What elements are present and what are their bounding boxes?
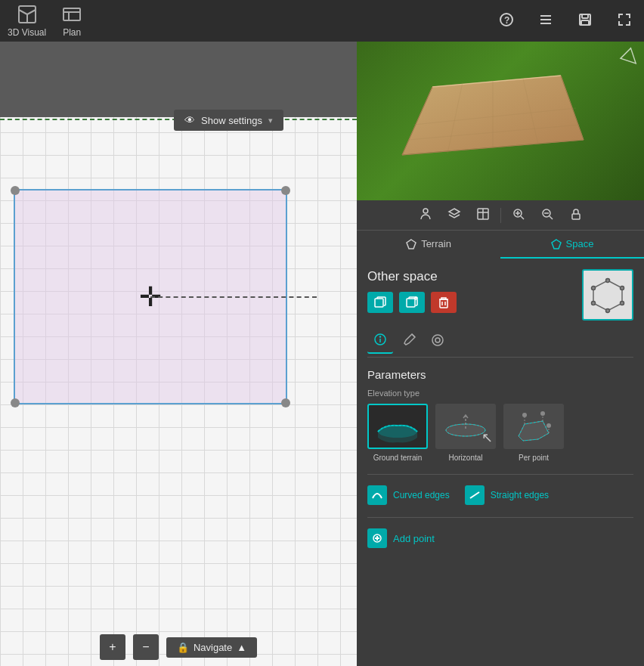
3d-visual-label: 3D Visual xyxy=(8,27,46,38)
svg-point-42 xyxy=(621,287,624,290)
svg-rect-11 xyxy=(582,14,588,18)
svg-marker-32 xyxy=(407,240,416,249)
svg-point-61 xyxy=(522,413,527,417)
3d-view: ▷ xyxy=(357,42,644,200)
svg-point-51 xyxy=(432,335,443,345)
panel-title: Other space xyxy=(367,269,582,284)
table-icon-btn[interactable] xyxy=(472,204,494,226)
copy-up-button[interactable] xyxy=(399,292,425,313)
per-point-label: Per point xyxy=(519,454,549,462)
show-settings-label: Show settings xyxy=(201,115,262,126)
elevation-per-point[interactable]: Per point xyxy=(503,404,564,462)
handle-bl[interactable] xyxy=(11,398,20,407)
main-area: 👁 Show settings ▾ ✛ + − 🔒 Navigate ▲ xyxy=(0,42,644,666)
sub-tabs xyxy=(367,330,633,358)
canvas-area: 👁 Show settings ▾ ✛ + − 🔒 Navigate ▲ xyxy=(0,42,357,666)
icon-bar-separator xyxy=(500,208,501,223)
sub-tab-info[interactable] xyxy=(367,330,393,354)
edge-row: Curved edges Straight edges xyxy=(367,482,633,508)
list-icon-btn[interactable] xyxy=(534,9,558,33)
add-point-button[interactable]: Add point xyxy=(367,525,435,551)
person-icon-btn[interactable] xyxy=(414,204,437,226)
svg-point-43 xyxy=(621,302,624,305)
icon-bar xyxy=(357,200,644,231)
tab-terrain-label: Terrain xyxy=(421,238,451,249)
divider-1 xyxy=(367,474,633,475)
per-point-box[interactable] xyxy=(503,404,564,449)
elevation-ground-terrain[interactable]: Ground terrain xyxy=(367,404,428,462)
curved-edges-button[interactable]: Curved edges xyxy=(367,482,450,508)
copy-flat-button[interactable] xyxy=(367,292,393,313)
svg-point-46 xyxy=(592,287,596,290)
svg-marker-20 xyxy=(449,209,460,215)
fullscreen-icon-btn[interactable] xyxy=(612,9,636,33)
3d-visual-button[interactable]: 3D Visual xyxy=(8,4,46,38)
help-icon-btn[interactable]: ? xyxy=(494,9,519,33)
terrain-shape xyxy=(387,64,606,181)
svg-rect-31 xyxy=(572,214,580,219)
zoom-in-button[interactable]: + xyxy=(100,634,125,660)
curved-edges-icon xyxy=(367,485,387,505)
svg-point-44 xyxy=(606,309,610,313)
curved-edges-label: Curved edges xyxy=(393,490,450,500)
elevation-options: Ground terrain xyxy=(367,404,633,462)
svg-point-19 xyxy=(423,209,428,213)
plan-label: Plan xyxy=(63,27,81,38)
svg-point-62 xyxy=(540,411,545,416)
canvas-bottom-bar: + − 🔒 Navigate ▲ xyxy=(0,628,357,666)
lock-icon: 🔒 xyxy=(177,642,189,653)
svg-rect-12 xyxy=(581,20,589,25)
parameters-title: Parameters xyxy=(367,368,633,381)
tabs: Terrain Space xyxy=(357,231,644,259)
action-row xyxy=(367,292,582,313)
straight-edges-button[interactable]: Straight edges xyxy=(465,482,549,508)
cursor-indicator: ↖ xyxy=(481,429,493,446)
handle-tr[interactable] xyxy=(281,186,290,195)
zoom-out-button[interactable]: − xyxy=(133,634,159,660)
svg-point-41 xyxy=(606,279,610,283)
sub-tab-paint[interactable] xyxy=(425,330,450,354)
navigate-button[interactable]: 🔒 Navigate ▲ xyxy=(166,637,257,658)
svg-point-52 xyxy=(435,338,440,342)
plan-button[interactable]: Plan xyxy=(61,4,82,38)
dashed-connector xyxy=(150,296,317,298)
svg-marker-33 xyxy=(552,240,561,249)
navigate-chevron: ▲ xyxy=(237,642,246,653)
eye-icon: 👁 xyxy=(184,114,195,126)
svg-point-45 xyxy=(592,302,596,305)
svg-rect-35 xyxy=(407,299,415,307)
top-bar: 3D Visual Plan ? xyxy=(0,0,644,42)
delete-button[interactable] xyxy=(431,292,457,313)
zoom-in-icon-btn[interactable] xyxy=(507,204,530,226)
horizontal-label: Horizontal xyxy=(448,454,482,462)
tab-space[interactable]: Space xyxy=(500,231,644,259)
add-point-label: Add point xyxy=(393,533,435,544)
svg-marker-40 xyxy=(593,280,622,311)
add-point-icon xyxy=(367,528,387,548)
svg-line-25 xyxy=(521,216,524,219)
panel-content: Other space xyxy=(357,259,644,666)
svg-line-29 xyxy=(550,216,553,219)
elevation-type-label: Elevation type xyxy=(367,389,633,398)
svg-rect-2 xyxy=(63,8,80,20)
lock-icon-btn[interactable] xyxy=(565,204,587,226)
svg-text:?: ? xyxy=(504,15,509,26)
horizontal-box[interactable]: ↖ xyxy=(435,404,496,449)
save-icon-btn[interactable] xyxy=(573,9,597,33)
zoom-out-icon-btn[interactable] xyxy=(536,204,559,226)
handle-br[interactable] xyxy=(281,398,290,407)
elevation-horizontal[interactable]: ↖ Horizontal xyxy=(435,404,496,462)
layers-icon-btn[interactable] xyxy=(443,204,466,226)
straight-edges-label: Straight edges xyxy=(491,490,549,500)
sub-tab-edit[interactable] xyxy=(396,330,422,354)
svg-line-50 xyxy=(412,334,415,337)
ground-terrain-box[interactable] xyxy=(367,404,428,449)
canvas-top-grey xyxy=(0,42,357,117)
space-thumbnail xyxy=(582,269,633,321)
handle-tl[interactable] xyxy=(11,186,20,195)
show-settings-button[interactable]: 👁 Show settings ▾ xyxy=(174,110,283,131)
chevron-down-icon: ▾ xyxy=(268,116,273,125)
divider-2 xyxy=(367,517,633,518)
tab-terrain[interactable]: Terrain xyxy=(357,231,500,259)
right-panel: ▷ xyxy=(357,42,644,666)
